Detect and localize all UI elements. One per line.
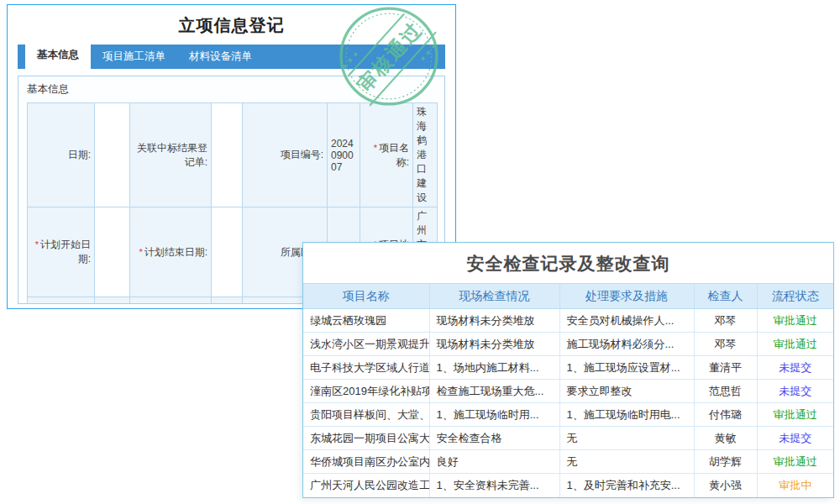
field-label-quantity-estimate: *工程量估算: (130, 297, 212, 305)
project-name-link[interactable]: 绿城云栖玫瑰园 (303, 309, 429, 333)
safety-status: 审批通过 (757, 309, 833, 333)
measures-cell: 施工现场材料必须分... (559, 333, 694, 356)
field-value-project-name: 珠海鹤港口建设 (413, 103, 438, 207)
measures-cell: 无 (559, 427, 694, 450)
safety-status: 审批通过 (757, 333, 833, 356)
field-label-date: 日期: (28, 103, 95, 207)
project-name-link[interactable]: 华侨城项目南区办公室内 (303, 450, 429, 474)
inspection-cell: 安全检查合格 (429, 427, 559, 450)
project-name-link[interactable]: 贵阳项目样板间、大堂、 (303, 403, 429, 427)
field-label-bid-result: 关联中标结果登记单: (130, 103, 212, 207)
required-asterisk: * (139, 247, 142, 257)
inspector-link[interactable]: 黄小强 (694, 474, 757, 497)
field-value-plan-end[interactable] (212, 207, 243, 297)
field-label-plan-end: *计划结束日期: (130, 207, 212, 297)
inspection-cell: 现场材料未分类堆放 (429, 309, 559, 333)
form-row: 日期: 关联中标结果登记单: 项目编号: 2024090007 *项目名称: 珠… (28, 103, 438, 207)
inspector-link[interactable]: 邓琴 (694, 333, 757, 356)
tab-material-equipment-list[interactable]: 材料设备清单 (177, 45, 264, 69)
col-header-project-name: 项目名称 (303, 284, 429, 309)
field-label-duration: *工程工期: (28, 297, 95, 305)
safety-query-title: 安全检查记录及整改查询 (303, 243, 833, 283)
project-name-link[interactable]: 广州天河人民公园改造工 (303, 474, 429, 497)
inspection-cell: 1、场地内施工材料... (429, 356, 559, 380)
safety-table: 项目名称 现场检查情况 处理要求及措施 检查人 流程状态 绿城云栖玫瑰园 现场材… (303, 283, 833, 497)
inspection-cell: 1、施工现场临时用... (429, 403, 559, 427)
table-row: 电子科技大学区域人行道 1、场地内施工材料... 1、施工现场应设置材... 董… (303, 356, 833, 380)
measures-cell: 安全员对机械操作人... (559, 309, 694, 333)
inspection-cell: 1、安全资料未完善... (429, 474, 559, 497)
field-value-plan-start[interactable] (95, 207, 130, 297)
measures-cell: 无 (559, 450, 694, 474)
inspector-link[interactable]: 董清平 (694, 356, 757, 380)
measures-cell: 要求立即整改 (559, 380, 694, 403)
project-name-link[interactable]: 电子科技大学区域人行道 (303, 356, 429, 380)
tab-basic-info[interactable]: 基本信息 (25, 41, 91, 69)
safety-status: 审批通过 (757, 450, 833, 474)
table-row: 东城花园一期项目公寓大 安全检查合格 无 黄敏 未提交 (303, 427, 833, 450)
inspector-link[interactable]: 黄敏 (694, 427, 757, 450)
col-header-status: 流程状态 (757, 284, 833, 309)
measures-cell: 1、施工现场临时用电... (559, 403, 694, 427)
tab-construction-list[interactable]: 项目施工清单 (91, 45, 177, 69)
registration-title: 立项信息登记 (8, 14, 455, 37)
required-asterisk: * (374, 143, 377, 153)
section-header: 基本信息 (18, 76, 444, 101)
inspector-link[interactable]: 付伟璐 (694, 403, 757, 427)
safety-status: 未提交 (757, 380, 833, 403)
inspection-cell: 现场材料未分类堆放 (429, 333, 559, 356)
field-label-plan-start: *计划开始日期: (28, 207, 95, 297)
table-row: 绿城云栖玫瑰园 现场材料未分类堆放 安全员对机械操作人... 邓琴 审批通过 (303, 309, 833, 333)
table-row: 潼南区2019年绿化补贴项 检查施工现场重大危... 要求立即整改 范思哲 未提… (303, 380, 833, 403)
project-name-link[interactable]: 东城花园一期项目公寓大 (303, 427, 429, 450)
table-row: 华侨城项目南区办公室内 良好 无 胡学辉 审批通过 (303, 450, 833, 474)
measures-cell: 1、施工现场应设置材... (559, 356, 694, 380)
table-row: 贵阳项目样板间、大堂、 1、施工现场临时用... 1、施工现场临时用电... 付… (303, 403, 833, 427)
col-header-inspector: 检查人 (694, 284, 757, 309)
inspector-link[interactable]: 胡学辉 (694, 450, 757, 474)
field-label-project-number: 项目编号: (243, 103, 328, 207)
measures-cell: 1、及时完善和补充安... (559, 474, 694, 497)
field-value-project-number: 2024090007 (328, 103, 360, 207)
project-name-link[interactable]: 浅水湾小区一期景观提升 (303, 333, 429, 356)
safety-status: 审批通过 (757, 403, 833, 427)
inspection-cell: 检查施工现场重大危... (429, 380, 559, 403)
field-value-bid-result[interactable] (212, 103, 243, 207)
tab-bar: 基本信息 项目施工清单 材料设备清单 (18, 45, 445, 69)
safety-header-row: 项目名称 现场检查情况 处理要求及措施 检查人 流程状态 (303, 284, 833, 309)
inspector-link[interactable]: 邓琴 (694, 309, 757, 333)
inspection-cell: 良好 (429, 450, 559, 474)
col-header-measures: 处理要求及措施 (559, 284, 694, 309)
inspector-link[interactable]: 范思哲 (694, 380, 757, 403)
table-row: 浅水湾小区一期景观提升 现场材料未分类堆放 施工现场材料必须分... 邓琴 审批… (303, 333, 833, 356)
field-value-date[interactable] (95, 103, 130, 207)
field-value-quantity-estimate: 按蓝图结算 (212, 297, 243, 305)
safety-status: 审批中 (757, 474, 833, 497)
safety-status: 未提交 (757, 356, 833, 380)
project-name-link[interactable]: 潼南区2019年绿化补贴项 (303, 380, 429, 403)
page: { "registration_panel": { "title": "立项信息… (0, 0, 840, 504)
field-value-duration: 一年 (95, 297, 130, 305)
table-row: 广州天河人民公园改造工 1、安全资料未完善... 1、及时完善和补充安... 黄… (303, 474, 833, 497)
safety-query-panel: 安全检查记录及整改查询 项目名称 现场检查情况 处理要求及措施 检查人 流程状态… (302, 242, 834, 498)
field-label-project-name: *项目名称: (360, 103, 413, 207)
col-header-inspection: 现场检查情况 (429, 284, 559, 309)
required-asterisk: * (35, 239, 39, 249)
safety-status: 未提交 (757, 427, 833, 450)
